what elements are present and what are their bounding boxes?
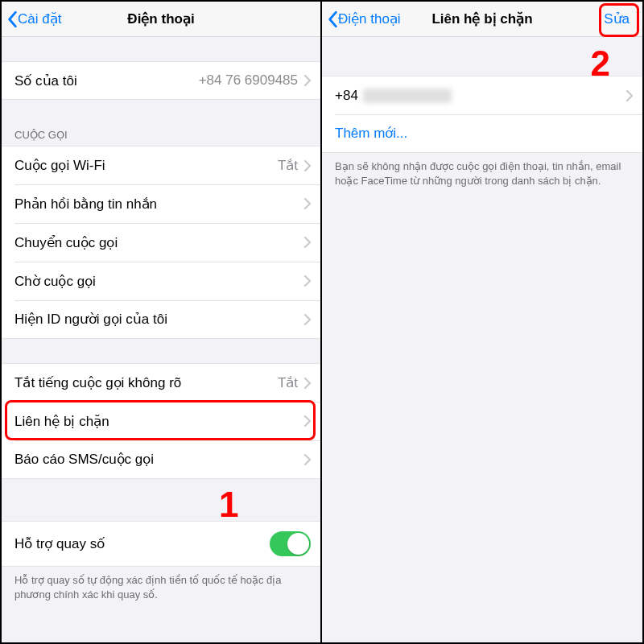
call-forwarding-label: Chuyển cuộc gọi bbox=[14, 234, 118, 251]
blocked-contacts-label: Liên hệ bị chặn bbox=[14, 413, 109, 430]
chevron-right-icon bbox=[304, 275, 311, 287]
redacted-number bbox=[363, 89, 452, 103]
blocked-entry[interactable]: +84 bbox=[322, 76, 642, 114]
phone-settings-pane: Cài đặt Điện thoại Số của tôi +84 76 690… bbox=[2, 2, 322, 642]
row-blocked-contacts[interactable]: Liên hệ bị chặn bbox=[2, 402, 320, 440]
call-waiting-label: Chờ cuộc gọi bbox=[14, 273, 96, 290]
row-my-number[interactable]: Số của tôi +84 76 6909485 bbox=[2, 61, 320, 100]
chevron-right-icon bbox=[304, 314, 311, 325]
navbar-left: Cài đặt Điện thoại bbox=[2, 2, 320, 37]
row-silence-unknown[interactable]: Tắt tiếng cuộc gọi không rõ Tắt bbox=[2, 363, 320, 402]
silence-unknown-label: Tắt tiếng cuộc gọi không rõ bbox=[14, 374, 181, 391]
respond-text-label: Phản hồi bằng tin nhắn bbox=[14, 196, 157, 213]
chevron-right-icon bbox=[626, 90, 633, 101]
wifi-calling-value: Tắt bbox=[278, 157, 298, 174]
chevron-right-icon bbox=[304, 160, 311, 171]
dial-assist-label: Hỗ trợ quay số bbox=[14, 535, 105, 552]
row-respond-text[interactable]: Phản hồi bằng tin nhắn bbox=[2, 184, 320, 223]
navbar-right: Điện thoại Liên hệ bị chặn Sửa bbox=[322, 2, 642, 37]
show-caller-id-label: Hiện ID người gọi của tôi bbox=[14, 311, 167, 328]
chevron-right-icon bbox=[304, 198, 311, 209]
calls-group-header: CUỘC GỌI bbox=[2, 124, 320, 146]
row-dial-assist[interactable]: Hỗ trợ quay số bbox=[2, 521, 320, 567]
row-call-waiting[interactable]: Chờ cuộc gọi bbox=[2, 262, 320, 300]
chevron-left-icon bbox=[327, 10, 338, 28]
chevron-right-icon bbox=[304, 378, 311, 389]
row-call-forwarding[interactable]: Chuyển cuộc gọi bbox=[2, 223, 320, 262]
chevron-right-icon bbox=[304, 454, 311, 465]
wifi-calling-label: Cuộc gọi Wi-Fi bbox=[14, 157, 105, 174]
back-label: Cài đặt bbox=[18, 10, 61, 27]
blocked-number-prefix: +84 bbox=[335, 88, 358, 103]
add-new-contact[interactable]: Thêm mới... bbox=[322, 114, 642, 153]
blocked-contacts-pane: Điện thoại Liên hệ bị chặn Sửa +84 Thêm … bbox=[322, 2, 642, 642]
edit-button[interactable]: Sửa bbox=[597, 7, 636, 31]
my-number-label: Số của tôi bbox=[14, 72, 77, 89]
dial-assist-footer: Hỗ trợ quay số tự động xác định tiền tố … bbox=[2, 567, 320, 601]
silence-unknown-value: Tắt bbox=[278, 374, 298, 391]
row-wifi-calling[interactable]: Cuộc gọi Wi-Fi Tắt bbox=[2, 146, 320, 184]
row-show-caller-id[interactable]: Hiện ID người gọi của tôi bbox=[2, 300, 320, 339]
chevron-right-icon bbox=[304, 75, 311, 86]
back-button[interactable]: Cài đặt bbox=[2, 10, 61, 28]
dial-assist-toggle[interactable] bbox=[270, 531, 311, 556]
chevron-right-icon bbox=[304, 415, 311, 427]
back-label: Điện thoại bbox=[338, 10, 401, 27]
row-report-sms[interactable]: Báo cáo SMS/cuộc gọi bbox=[2, 440, 320, 479]
my-number-value: +84 76 6909485 bbox=[199, 72, 298, 89]
report-sms-label: Báo cáo SMS/cuộc gọi bbox=[14, 451, 154, 468]
blocked-footer: Bạn sẽ không nhận được cuộc gọi điện tho… bbox=[322, 153, 642, 188]
blocked-number: +84 bbox=[335, 88, 452, 104]
add-new-label: Thêm mới... bbox=[335, 125, 407, 142]
chevron-right-icon bbox=[304, 237, 311, 248]
back-button[interactable]: Điện thoại bbox=[322, 10, 401, 28]
chevron-left-icon bbox=[6, 10, 18, 28]
